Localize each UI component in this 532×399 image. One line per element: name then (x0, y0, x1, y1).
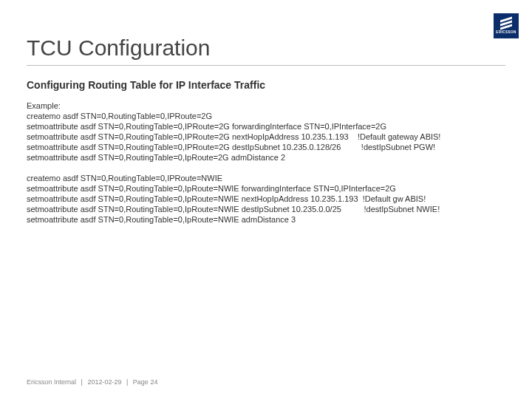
slide: ERICSSON TCU Configuration Configuring R… (0, 0, 532, 399)
ericsson-logo-stripes-icon (500, 18, 512, 28)
ericsson-logo: ERICSSON (494, 13, 519, 38)
footer-separator: | (81, 378, 83, 386)
footer-classification: Ericsson Internal (27, 378, 76, 386)
slide-footer: Ericsson Internal | 2012-02-29 | Page 24 (27, 378, 157, 386)
ericsson-logo-text: ERICSSON (496, 30, 516, 34)
footer-page-label: Page (133, 378, 149, 386)
section-subtitle: Configuring Routing Table for IP Interfa… (27, 79, 505, 91)
title-divider (27, 65, 505, 66)
footer-page-number: 24 (150, 378, 157, 386)
page-title: TCU Configuration (27, 35, 505, 61)
code-example-block: Example: createmo asdf STN=0,RoutingTabl… (27, 101, 505, 225)
footer-date: 2012-02-29 (87, 378, 121, 386)
footer-separator: | (126, 378, 128, 386)
